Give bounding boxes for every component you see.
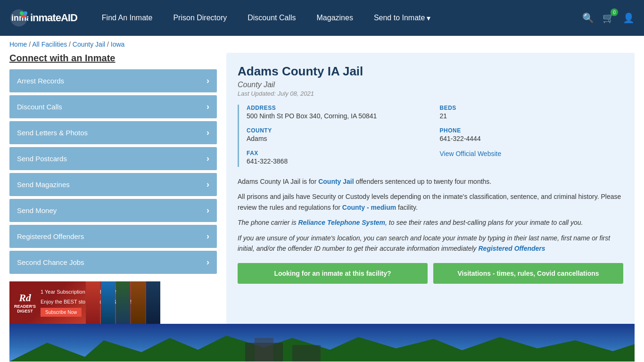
sidebar-item-label: Second Chance Jobs [17, 258, 84, 266]
nav-send-to-inmate[interactable]: Send to Inmate ▾ [363, 14, 441, 23]
dropdown-arrow-icon: ▾ [427, 14, 430, 23]
header-icons: 🔍 🛒 0 👤 [582, 12, 635, 24]
address-value: 500 Ninth St PO Box 340, Corning, IA 508… [247, 112, 430, 120]
facility-name: Adams County IA Jail [238, 64, 623, 79]
ad-cover-3 [116, 281, 130, 324]
arrow-icon: › [206, 206, 209, 215]
arrow-icon: › [206, 128, 209, 138]
sidebar-item-discount-calls[interactable]: Discount Calls › [9, 95, 217, 118]
ad-cover-5 [146, 281, 160, 324]
sidebar-item-label: Send Magazines [17, 181, 70, 189]
breadcrumb-county-jail[interactable]: County Jail [73, 41, 105, 48]
fax-block: FAX 641-322-3868 [247, 150, 430, 165]
ad-logo: Rd READER'S DIGEST [13, 288, 37, 317]
main-container: Connect with an Inmate Arrest Records › … [0, 53, 644, 324]
county-medium-link[interactable]: County - medium [342, 204, 396, 211]
svg-point-4 [20, 11, 24, 15]
phone-block: PHONE 641-322-4444 [440, 127, 624, 142]
sidebar-item-label: Discount Calls [17, 103, 62, 111]
phone-carrier-link[interactable]: Reliance Telephone System [298, 219, 385, 226]
county-block: COUNTY Adams [247, 127, 430, 142]
county-label: COUNTY [247, 127, 430, 134]
breadcrumb: Home / All Facilities / County Jail / Io… [0, 36, 644, 53]
beds-block: BEDS 21 [440, 105, 624, 120]
nav-magazines[interactable]: Magazines [306, 14, 363, 22]
ad-banner: Rd READER'S DIGEST 1 Year Subscription f… [9, 281, 160, 324]
sidebar-item-label: Send Money [17, 206, 57, 214]
facility-info-grid: ADDRESS 500 Ninth St PO Box 340, Corning… [238, 105, 623, 167]
address-label: ADDRESS [247, 105, 430, 111]
arrow-icon: › [206, 231, 209, 241]
address-block: ADDRESS 500 Ninth St PO Box 340, Corning… [247, 105, 430, 120]
facility-type: County Jail [238, 81, 623, 89]
svg-point-3 [24, 11, 27, 15]
sidebar-item-label: Arrest Records [17, 77, 64, 85]
county-value: Adams [247, 135, 430, 142]
ad-logo-rd: Rd [19, 292, 31, 304]
sidebar-item-send-money[interactable]: Send Money › [9, 199, 217, 222]
ad-covers [86, 281, 160, 324]
logo[interactable]: inmate inmateAID [9, 8, 77, 27]
desc-paragraph-3: The phone carrier is Reliance Telephone … [238, 217, 623, 228]
website-link[interactable]: View Official Website [440, 150, 502, 157]
sidebar-title: Connect with an Inmate [9, 53, 217, 64]
phone-value: 641-322-4444 [440, 135, 624, 142]
logo-text: inmateAID [30, 12, 77, 24]
fax-label: FAX [247, 150, 430, 156]
facility-description: Adams County IA Jail is for County Jail … [238, 176, 623, 254]
action-buttons: Looking for an inmate at this facility? … [238, 263, 623, 284]
arrow-icon: › [206, 180, 209, 189]
sidebar-item-send-magazines[interactable]: Send Magazines › [9, 173, 217, 196]
nav-find-inmate[interactable]: Find An Inmate [91, 14, 163, 22]
desc-paragraph-4: If you are unsure of your inmate's locat… [238, 233, 623, 254]
beds-value: 21 [440, 112, 624, 120]
find-inmate-button[interactable]: Looking for an inmate at this facility? [238, 263, 428, 284]
site-header: inmate inmateAID Find An Inmate Prison D… [0, 0, 644, 36]
sidebar-item-label: Send Postcards [17, 155, 67, 163]
ad-cover-1 [86, 281, 100, 324]
cart-badge: 0 [611, 8, 618, 16]
sidebar-item-send-postcards[interactable]: Send Postcards › [9, 147, 217, 170]
breadcrumb-home[interactable]: Home [9, 41, 27, 48]
search-icon[interactable]: 🔍 [582, 12, 594, 24]
facility-last-updated: Last Updated: July 08, 2021 [238, 90, 623, 97]
desc-paragraph-1: Adams County IA Jail is for County Jail … [238, 176, 623, 187]
arrow-icon: › [206, 257, 209, 267]
sidebar-item-label: Registered Offenders [17, 232, 84, 240]
facility-image-strip [9, 324, 635, 362]
beds-label: BEDS [440, 105, 624, 111]
user-icon[interactable]: 👤 [623, 12, 635, 24]
sidebar-menu: Arrest Records › Discount Calls › Send L… [9, 69, 217, 274]
breadcrumb-all-facilities[interactable]: All Facilities [32, 41, 67, 48]
arrow-icon: › [206, 102, 209, 112]
sidebar-item-send-letters[interactable]: Send Letters & Photos › [9, 121, 217, 144]
svg-rect-8 [255, 338, 273, 362]
county-jail-link[interactable]: County Jail [318, 178, 354, 185]
desc-paragraph-2: All prisons and jails have Security or C… [238, 191, 623, 213]
ad-cover-4 [131, 281, 145, 324]
sidebar-item-label: Send Letters & Photos [17, 129, 88, 137]
cart-icon[interactable]: 🛒 0 [603, 12, 614, 24]
facility-content: Adams County IA Jail County Jail Last Up… [226, 53, 635, 324]
sidebar: Connect with an Inmate Arrest Records › … [9, 53, 217, 324]
phone-label: PHONE [440, 127, 624, 134]
breadcrumb-iowa[interactable]: Iowa [111, 41, 125, 48]
fax-value: 641-322-3868 [247, 157, 430, 165]
sidebar-item-second-chance-jobs[interactable]: Second Chance Jobs › [9, 251, 217, 274]
nav-discount-calls[interactable]: Discount Calls [237, 14, 306, 22]
registered-offenders-link[interactable]: Registered Offenders [478, 245, 545, 252]
nav-prison-directory[interactable]: Prison Directory [163, 14, 237, 22]
main-nav: Find An Inmate Prison Directory Discount… [91, 14, 582, 23]
ad-cover-2 [101, 281, 115, 324]
arrow-icon: › [206, 154, 209, 164]
ad-logo-text: READER'S DIGEST [13, 304, 37, 313]
arrow-icon: › [206, 76, 209, 86]
sidebar-item-arrest-records[interactable]: Arrest Records › [9, 69, 217, 92]
ad-subscribe-button[interactable]: Subscribe Now [41, 308, 82, 317]
svg-rect-9 [292, 345, 321, 362]
website-block: View Official Website [440, 150, 624, 165]
sidebar-item-registered-offenders[interactable]: Registered Offenders › [9, 225, 217, 248]
visitations-button[interactable]: Visitations - times, rules, Covid cancel… [433, 263, 623, 284]
logo-icon: inmate [9, 8, 28, 27]
facility-image-svg [9, 324, 635, 362]
